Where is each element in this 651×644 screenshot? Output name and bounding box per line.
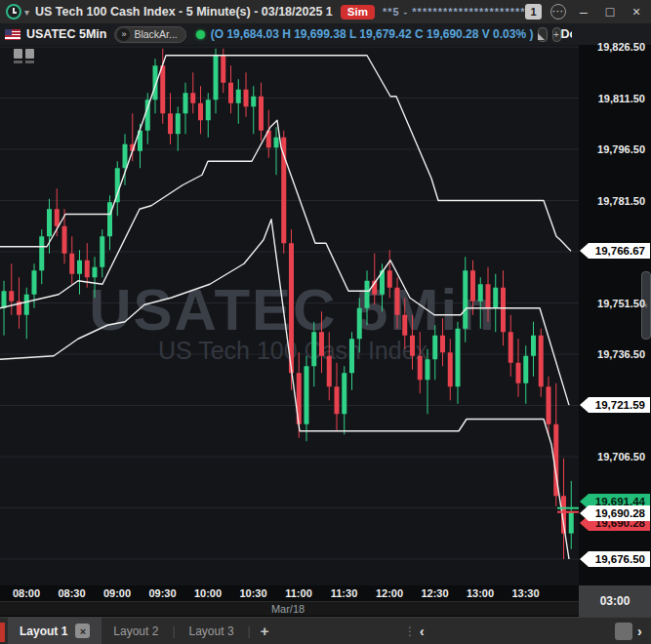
candle-body-down [190, 93, 195, 103]
price-axis-label: 19,811.50 [581, 93, 645, 104]
candle-body-down [509, 332, 513, 363]
date-band: Mar/18 [0, 601, 579, 617]
candle-body-down [228, 83, 233, 103]
candle-body-up [342, 373, 346, 414]
close-button[interactable]: × [628, 4, 645, 20]
tab-layout-3[interactable]: Layout 3 [178, 618, 246, 644]
candle-body-up [311, 332, 316, 366]
tab-layout-2[interactable]: Layout 2 [102, 618, 170, 644]
time-axis-label: 11:30 [331, 587, 358, 599]
tab-scroll-right-icon[interactable]: › [637, 624, 642, 639]
candle-body-down [244, 90, 249, 107]
price-axis-label: 19,796.50 [581, 143, 645, 155]
masked-account-text: **5 - *********************** [383, 6, 525, 18]
double-chevron-icon: » [117, 28, 130, 41]
candle-body-down [319, 332, 324, 356]
chart-area[interactable]: USATEC 5MinUS Tech 100 Cash Index ‹ 19,8… [0, 45, 651, 585]
candle-body-up [77, 261, 82, 274]
candle-body-down [402, 315, 407, 336]
candle-body-up [100, 236, 104, 267]
time-axis[interactable]: 08:0008:3009:0009:3010:0010:3011:0011:30… [0, 585, 579, 601]
toolbar-right-label[interactable]: Don [561, 27, 572, 41]
tab-scroll-left-icon[interactable]: ‹ [420, 624, 425, 639]
candlestick-chart[interactable]: USATEC 5MinUS Tech 100 Cash Index [0, 45, 579, 585]
candle-body-up [456, 329, 461, 387]
time-axis-label: 11:00 [285, 587, 312, 599]
candle-body-down [69, 254, 74, 274]
candle-body-down [168, 113, 173, 134]
maximize-button[interactable]: □ [601, 4, 619, 20]
layout-tab-bar: Layout 1 × Layout 2 | Layout 3 | + ⋮ ‹ › [0, 617, 651, 644]
price-axis[interactable]: ‹ 19,826.5019,811.5019,796.5019,781.5019… [579, 45, 651, 585]
candle-body-up [478, 284, 483, 302]
candle-body-down [418, 356, 423, 381]
candle-body-down [198, 103, 203, 121]
tab-separator: | [246, 624, 253, 638]
time-axis-label: 10:00 [194, 587, 222, 599]
candle-body-up [2, 291, 7, 308]
candle-body-up [24, 295, 29, 315]
candle-body-down [9, 291, 14, 302]
time-axis-label: 10:30 [239, 587, 266, 599]
candle-body-up [349, 339, 354, 373]
candle-body-down [501, 288, 506, 333]
trading-window: ▾ US Tech 100 Cash Index - 5 Minute(s) -… [0, 0, 651, 644]
add-layout-button[interactable]: + [253, 623, 277, 639]
candle-body-up [493, 288, 498, 308]
tab-overflow-icon[interactable]: ⋮ [404, 624, 416, 638]
candle-body-up [523, 356, 528, 383]
candle-body-up [107, 202, 112, 236]
tab-separator: | [170, 624, 177, 638]
candle-body-down [55, 209, 60, 226]
add-button[interactable]: + [552, 27, 561, 42]
us-flag-icon [5, 29, 20, 40]
candle-body-down [160, 65, 165, 113]
time-axis-label: 09:00 [103, 587, 131, 599]
candle-body-up [305, 366, 309, 424]
date-label: Mar/18 [271, 603, 305, 615]
price-axis-label: 19,826.50 [581, 41, 645, 53]
candle-body-down [395, 288, 400, 315]
candle-body-down [85, 261, 90, 278]
candle-body-up [357, 308, 362, 340]
candle-body-down [62, 226, 67, 254]
candle-body-down [221, 56, 225, 83]
middle-band-value-badge: 19,721.59 [580, 397, 650, 413]
time-axis-label: 12:30 [421, 587, 448, 599]
candle-body-up [432, 336, 437, 360]
workspace-number-badge[interactable]: 1 [525, 4, 542, 20]
candle-body-down [387, 270, 392, 288]
candle-body-up [47, 209, 52, 236]
time-axis-label: 08:00 [13, 587, 40, 599]
ohlc-readout: (O 19,684.03 H 19,699.38 L 19,679.42 C 1… [211, 27, 534, 41]
candle-body-up [274, 138, 279, 148]
candle-body-down [448, 352, 453, 386]
candle-body-up [93, 267, 98, 278]
time-axis-label: 08:30 [58, 587, 85, 599]
tab-close-icon[interactable]: × [75, 624, 90, 638]
tab-square-button[interactable] [615, 623, 632, 640]
upper-band-value-badge: 19,766.67 [580, 243, 650, 259]
price-axis-label: 19,781.50 [581, 195, 645, 207]
tab-label: Layout 2 [113, 624, 158, 638]
tab-layout-1[interactable]: Layout 1 × [8, 618, 102, 644]
connection-clock-icon[interactable] [6, 4, 21, 20]
candle-body-down [335, 386, 340, 414]
title-bar: ▾ US Tech 100 Cash Index - 5 Minute(s) -… [0, 0, 651, 23]
chevron-down-icon[interactable]: ▾ [24, 7, 29, 18]
candle-body-down [486, 284, 491, 308]
last-price-badge: 19,690.28 [580, 505, 650, 521]
candle-body-down [516, 363, 521, 383]
pointer-tool-button[interactable] [538, 27, 547, 42]
indicator-pill[interactable]: » BlackAr... [114, 26, 185, 43]
panel-grid-icon[interactable] [14, 49, 39, 66]
more-options-icon[interactable]: ··· [550, 4, 566, 20]
minimize-button[interactable]: – [575, 4, 592, 20]
candle-body-up [251, 97, 256, 107]
symbol-label[interactable]: USATEC 5Min [26, 27, 106, 41]
time-axis-label: 12:00 [376, 587, 403, 599]
candle-body-down [539, 336, 544, 387]
candle-body-up [569, 512, 574, 534]
indicator-pill-label: BlackAr... [134, 28, 177, 40]
candle-body-up [176, 113, 181, 134]
